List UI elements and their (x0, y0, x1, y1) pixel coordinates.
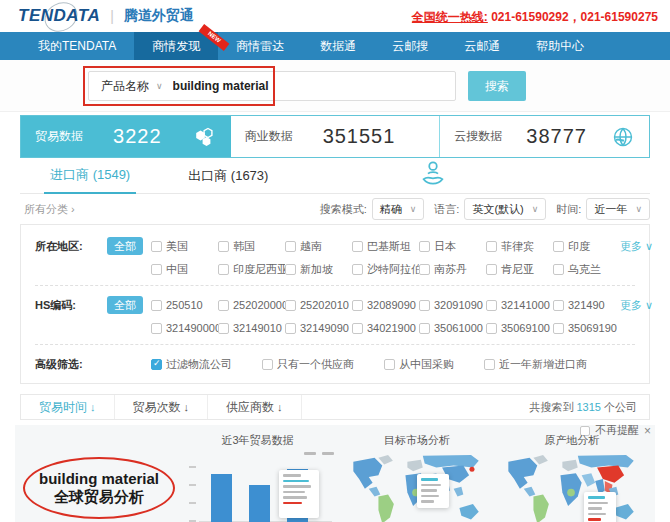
region-more-link[interactable]: 更多 ∨ (620, 239, 653, 254)
hs-checkbox[interactable]: 321490000... (151, 322, 218, 334)
chevron-down-icon: ∨ (635, 204, 642, 214)
hs-checkbox[interactable]: 25202010 (285, 299, 352, 311)
advanced-options: 过滤物流公司 只有一个供应商 从中国采购 近一年新增进口商 (151, 357, 587, 372)
region-checkbox[interactable]: 乌克兰 (553, 262, 620, 277)
hs-checkbox[interactable]: 32149090 (285, 322, 352, 334)
hs-all-chip[interactable]: 全部 (107, 296, 143, 314)
region-checkbox[interactable]: 沙特阿拉伯 (352, 262, 419, 277)
region-checkbox[interactable]: 印度 (553, 239, 620, 254)
sort-by-trade-count[interactable]: 贸易次数↓ (115, 395, 209, 419)
checkbox-icon (419, 264, 430, 275)
search-input[interactable] (173, 79, 353, 93)
nav-item-cloud-mail-search[interactable]: 云邮搜 (374, 32, 446, 60)
map-tooltip (417, 474, 449, 508)
hs-filter-row-1: HS编码: 全部 250510 2520200000 25202010 3208… (35, 295, 635, 315)
checkbox-icon (484, 359, 495, 370)
region-checkbox[interactable]: 印度尼西亚 (218, 262, 285, 277)
result-prefix: 共搜索到 (529, 401, 576, 413)
result-count-text: 共搜索到 1315 个公司 (529, 400, 649, 415)
region-checkbox[interactable]: 肯尼亚 (486, 262, 553, 277)
search-mode-select[interactable]: 精确 ∨ (372, 198, 425, 220)
advanced-checkbox-buy-from-china[interactable]: 从中国采购 (384, 357, 454, 372)
trader-tabs: 进口商 (1549) 出口商 (1673) (20, 158, 650, 194)
hs-more-link[interactable]: 更多 ∨ (620, 298, 653, 313)
y-tick (189, 484, 196, 486)
hs-checkbox[interactable]: 2520200000 (218, 299, 285, 311)
checkbox-icon (285, 241, 296, 252)
checkbox-icon (486, 241, 497, 252)
sort-by-supplier-count[interactable]: 供应商数↓ (208, 395, 302, 419)
nav-item-biz-discovery[interactable]: 商情发现 NEW (134, 32, 218, 60)
language-select[interactable]: 英文(默认) ∨ (464, 198, 546, 220)
origin-analysis-map[interactable]: 原产地分析 (502, 433, 642, 522)
checkbox-label: 过滤物流公司 (166, 357, 232, 372)
tab-trade-data[interactable]: 贸易数据 3222 (21, 116, 231, 157)
checkbox-label: 34021900 (367, 322, 416, 334)
checkbox-icon (285, 300, 296, 311)
time-select[interactable]: 近一年 ∨ (586, 198, 650, 220)
region-checkbox[interactable]: 菲律宾 (486, 239, 553, 254)
advanced-checkbox-single-supplier[interactable]: 只有一个供应商 (262, 357, 354, 372)
bar-year-1[interactable] (211, 474, 232, 522)
search-field-select[interactable]: 产品名称 ∨ (89, 78, 173, 95)
hs-checkbox[interactable]: 35069100 (486, 322, 553, 334)
target-market-map[interactable]: 目标市场分析 (347, 433, 487, 522)
advanced-filter-row: 高级筛选: 过滤物流公司 只有一个供应商 从中国采购 近一年新增进口商 (35, 354, 635, 374)
region-all-chip[interactable]: 全部 (107, 237, 143, 255)
sort-by-trade-time[interactable]: 贸易时间↓ (21, 395, 115, 419)
checkbox-label: 南苏丹 (434, 262, 467, 277)
region-checkbox[interactable]: 美国 (151, 239, 218, 254)
hs-checkbox[interactable]: 35061000 (419, 322, 486, 334)
hotline: 全国统一热线: 021-61590292，021-61590275 (412, 9, 658, 26)
bar-year-2[interactable] (249, 485, 270, 522)
region-checkbox[interactable]: 韩国 (218, 239, 285, 254)
region-checkbox[interactable]: 新加坡 (285, 262, 352, 277)
tab-label: 商业数据 (245, 128, 293, 145)
tab-label: 云搜数据 (454, 128, 502, 145)
search-box: 产品名称 ∨ (88, 71, 456, 101)
checkbox-label: 32089090 (367, 299, 416, 311)
filter-controls-row: 所有分类 › 搜索模式: 精确 ∨ 语言: 英文(默认) ∨ (20, 194, 650, 224)
region-checkbox[interactable]: 巴基斯坦 (352, 239, 419, 254)
tab-business-data[interactable]: 商业数据 351551 (231, 116, 441, 157)
checkbox-label: 35069190 (568, 322, 617, 334)
trade-bar-chart[interactable]: 近3年贸易数据 (175, 433, 340, 522)
hs-checkbox[interactable]: 32091090 (419, 299, 486, 311)
checkbox-icon (218, 264, 229, 275)
nav-item-cloud-mail[interactable]: 云邮通 (446, 32, 518, 60)
region-checkbox[interactable]: 日本 (419, 239, 486, 254)
region-label: 所在地区: (35, 239, 107, 254)
result-count: 1315 (576, 401, 600, 413)
logo[interactable]: TENDATA | 腾道外贸通 (18, 6, 194, 26)
advanced-checkbox-filter-logistics[interactable]: 过滤物流公司 (151, 357, 232, 372)
region-checkbox[interactable]: 中国 (151, 262, 218, 277)
checkbox-label: 印度 (568, 239, 590, 254)
bar-chart-plot (175, 452, 340, 522)
nav-item-help-center[interactable]: 帮助中心 (518, 32, 602, 60)
nav-item-data-link[interactable]: 数据通 (302, 32, 374, 60)
hs-checkbox[interactable]: 250510 (151, 299, 218, 311)
logo-subtitle: 腾道外贸通 (124, 7, 194, 25)
y-tick (189, 502, 196, 504)
region-checkbox[interactable]: 越南 (285, 239, 352, 254)
tab-cloud-search-data[interactable]: 云搜数据 38777 (440, 116, 649, 157)
advanced-checkbox-new-importers[interactable]: 近一年新增进口商 (484, 357, 587, 372)
hs-checkbox[interactable]: 35069190 (553, 322, 620, 334)
world-map (347, 452, 487, 522)
nav-item-my-tendata[interactable]: 我的TENDATA (20, 32, 134, 60)
region-checkbox[interactable]: 南苏丹 (419, 262, 486, 277)
tab-label: 出口商 (188, 168, 227, 183)
hs-checkbox[interactable]: 32141000 (486, 299, 553, 311)
hs-checkbox[interactable]: 32089090 (352, 299, 419, 311)
hs-checkbox[interactable]: 34021900 (352, 322, 419, 334)
close-icon[interactable]: × (644, 424, 651, 438)
all-categories-link[interactable]: 所有分类 › (24, 202, 75, 217)
nav-item-biz-radar[interactable]: 商情雷达 (218, 32, 302, 60)
hs-checkbox[interactable]: 321490 (553, 299, 620, 311)
hs-checkbox[interactable]: 32149010 (218, 322, 285, 334)
promo-headline: building material 全球贸易分析 (23, 457, 175, 519)
tab-count: (1549) (93, 167, 131, 182)
search-button[interactable]: 搜索 (468, 71, 526, 101)
tab-importers[interactable]: 进口商 (1549) (44, 166, 136, 194)
tab-exporters[interactable]: 出口商 (1673) (182, 167, 274, 193)
